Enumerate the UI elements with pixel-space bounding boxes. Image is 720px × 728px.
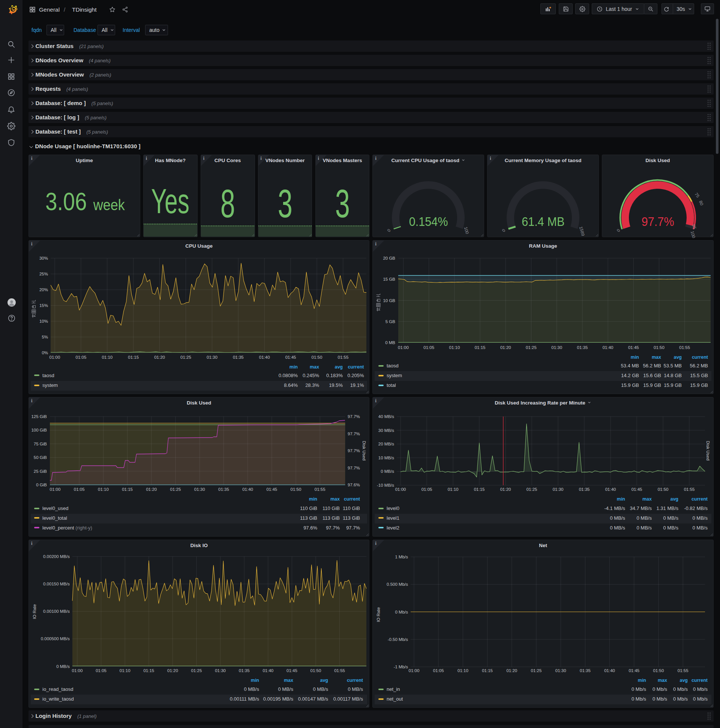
svg-text:IO Rate: IO Rate [376, 607, 381, 622]
